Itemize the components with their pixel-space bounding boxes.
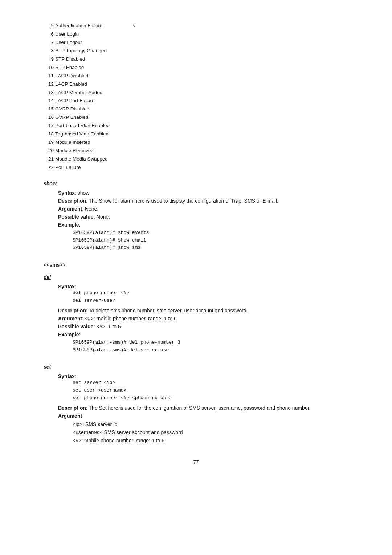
list-item-label: LACP Port Failure <box>55 97 95 105</box>
show-argument-label: Argument <box>58 206 82 212</box>
list-item: 19Module Inserted <box>44 138 348 147</box>
del-syntax-code: del phone-number <#>del server-user <box>73 289 348 305</box>
del-possible-label: Possible value: <box>58 324 95 329</box>
show-description-label: Description <box>58 198 86 204</box>
list-item: 17Port-based Vlan Enabled <box>44 122 348 130</box>
show-argument-block: Argument: None. <box>58 206 348 212</box>
list-item-num: 5 <box>44 22 54 30</box>
list-item-label: STP Topology Changed <box>55 47 107 55</box>
list-item-num: 19 <box>44 138 54 147</box>
list-item-num: 6 <box>44 30 54 39</box>
show-possible-label: Possible value: <box>58 214 95 220</box>
code-line: SP1659P(alarm-sms)# del phone-number 3 <box>73 339 348 347</box>
del-example-block: Example: SP1659P(alarm-sms)# del phone-n… <box>58 332 348 354</box>
del-description-value: : To delete sms phone number, sms server… <box>86 308 248 313</box>
list-item-num: 14 <box>44 97 54 105</box>
list-item: 22PoE Failure <box>44 163 348 172</box>
list-item-label: STP Enabled <box>55 64 84 72</box>
set-argument-lines: <ip>: SMS server ip<username>: SMS serve… <box>73 420 348 445</box>
code-line: set user <username> <box>73 387 348 394</box>
list-item: 14LACP Port Failure <box>44 97 348 105</box>
list-item: 16GVRP Enabled <box>44 113 348 122</box>
list-item-label: GVRP Enabled <box>55 113 88 122</box>
list-item-num: 15 <box>44 105 54 113</box>
show-example-label: Example: <box>58 222 348 228</box>
del-title: del <box>44 274 348 280</box>
code-line: set server <ip> <box>73 379 348 387</box>
list-item-num: 8 <box>44 47 54 55</box>
show-code-block: SP1659P(alarm)# show eventsSP1659P(alarm… <box>73 229 348 252</box>
del-argument-value: : <#>: mobile phone number, range: 1 to … <box>82 316 177 321</box>
code-line: SP1659P(alarm)# show email <box>73 237 348 244</box>
list-item-num: 12 <box>44 80 54 89</box>
list-item-label: Port-based Vlan Enabled <box>55 122 110 130</box>
list-item-label: Module Inserted <box>55 138 90 147</box>
show-argument-value: : None. <box>82 206 98 212</box>
list-item-num: 13 <box>44 89 54 97</box>
list-item-badge: v <box>133 22 136 30</box>
show-title: show <box>44 181 348 186</box>
set-section: set Syntax: set server <ip>set user <use… <box>44 364 348 445</box>
argument-line: <#>: mobile phone number, range: 1 to 6 <box>73 437 348 445</box>
list-item-label: Module Removed <box>55 147 94 155</box>
set-title: set <box>44 364 348 370</box>
list-item-num: 9 <box>44 55 54 64</box>
list-item-label: LACP Enabled <box>55 80 87 89</box>
set-description-block: Description: The Set here is used for th… <box>58 405 348 411</box>
del-syntax-block: Syntax: del phone-number <#>del server-u… <box>58 284 348 305</box>
page-number: 77 <box>44 459 348 465</box>
list-item-label: Authentication Failure <box>55 22 103 30</box>
show-example-block: Example: SP1659P(alarm)# show eventsSP16… <box>58 222 348 252</box>
del-example-label: Example: <box>58 332 348 337</box>
set-description-value: : The Set here is used for the configura… <box>86 405 310 411</box>
list-item: 5Authentication Failurev <box>44 22 348 30</box>
list-item-num: 21 <box>44 155 54 163</box>
show-description-value: : The Show for alarm here is used to dis… <box>86 198 278 204</box>
del-code-block: SP1659P(alarm-sms)# del phone-number 3SP… <box>73 339 348 354</box>
list-item-label: User Login <box>55 30 79 39</box>
argument-line: <username>: SMS server account and passw… <box>73 428 348 436</box>
list-item: 18Tag-based Vlan Enabled <box>44 130 348 138</box>
set-syntax-label: Syntax <box>58 373 75 379</box>
list-item-label: Moudle Media Swapped <box>55 155 108 163</box>
list-item: 13LACP Member Added <box>44 89 348 97</box>
set-description-label: Description <box>58 405 86 411</box>
code-line: SP1659P(alarm)# show sms <box>73 244 348 252</box>
list-item-label: Tag-based Vlan Enabled <box>55 130 109 138</box>
list-item-num: 16 <box>44 113 54 122</box>
list-item: 15GVRP Disabled <box>44 105 348 113</box>
list-item: 12LACP Enabled <box>44 80 348 89</box>
list-item: 21Moudle Media Swapped <box>44 155 348 163</box>
list-item-label: LACP Disabled <box>55 72 88 80</box>
set-syntax-block: Syntax: set server <ip>set user <usernam… <box>58 373 348 402</box>
set-argument-label: Argument <box>58 413 348 419</box>
list-item: 11LACP Disabled <box>44 72 348 80</box>
sms-header: <<sms>> <box>44 262 348 268</box>
list-item-num: 10 <box>44 64 54 72</box>
list-item: 7User Logout <box>44 39 348 47</box>
list-item-label: User Logout <box>55 39 82 47</box>
show-possible-value-block: Possible value: None. <box>58 214 348 220</box>
show-description-block: Description: The Show for alarm here is … <box>58 198 348 204</box>
show-section: show Syntax: show Description: The Show … <box>44 181 348 252</box>
list-item-label: GVRP Disabled <box>55 105 89 113</box>
set-argument-block: Argument <ip>: SMS server ip<username>: … <box>58 413 348 445</box>
list-item: 9STP Disabled <box>44 55 348 64</box>
code-line: SP1659P(alarm-sms)# del server-user <box>73 347 348 354</box>
list-item: 20Module Removed <box>44 147 348 155</box>
show-syntax-label: Syntax <box>58 190 75 196</box>
list-item: 10STP Enabled <box>44 64 348 72</box>
list-item-num: 7 <box>44 39 54 47</box>
code-line: del phone-number <#> <box>73 289 348 297</box>
del-possible-value: <#>: 1 to 6 <box>95 324 121 329</box>
list-item: 6User Login <box>44 30 348 39</box>
code-line: SP1659P(alarm)# show events <box>73 229 348 237</box>
numbered-list: 5Authentication Failurev6User Login7User… <box>44 22 348 172</box>
show-possible-value: None. <box>95 214 110 220</box>
list-item-num: 11 <box>44 72 54 80</box>
list-item-num: 18 <box>44 130 54 138</box>
del-description-block: Description: To delete sms phone number,… <box>58 308 348 313</box>
code-line: del server-user <box>73 297 348 305</box>
list-item-label: LACP Member Added <box>55 89 102 97</box>
list-item-num: 22 <box>44 163 54 172</box>
